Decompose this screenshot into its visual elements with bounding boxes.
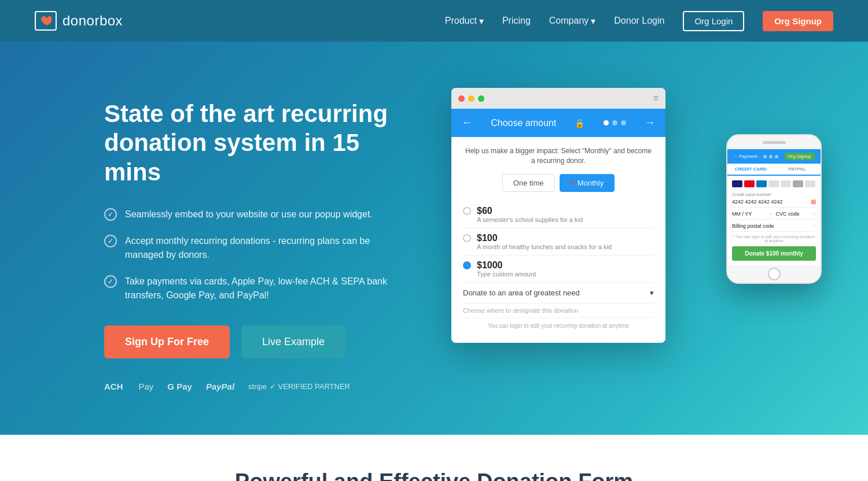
heart-icon: ♥ bbox=[571, 179, 575, 187]
phone-body: Credit card number 4242 4242 4242 4242 ▦… bbox=[727, 176, 821, 265]
checkmark-icon: ✓ bbox=[104, 275, 117, 288]
payment-logos: ACH Pay G Pay PayPal stripe ✓ VERIFIED P… bbox=[104, 382, 405, 391]
phone-tabs: CREDIT CARD PAYPAL bbox=[727, 164, 821, 176]
nav-company[interactable]: Company ▾ bbox=[549, 16, 595, 27]
cc-number-label: Credit card number bbox=[732, 192, 816, 197]
browser-dot-red bbox=[458, 95, 465, 102]
gpay-logo: G Pay bbox=[167, 382, 192, 391]
tab-paypal[interactable]: PAYPAL bbox=[774, 164, 821, 175]
nav-product[interactable]: Product ▾ bbox=[445, 16, 484, 27]
amex-logo bbox=[756, 180, 767, 187]
phone-donate-btn[interactable]: Org Signup bbox=[785, 153, 815, 160]
postal-field[interactable]: Billing postal code ○ bbox=[732, 223, 816, 232]
amount-value-1000: $1000 bbox=[477, 260, 536, 271]
stripe-badge: stripe ✓ VERIFIED PARTNER bbox=[248, 382, 350, 391]
verified-badge: ✓ VERIFIED PARTNER bbox=[270, 382, 350, 391]
login-note: You can login to edit your recurring don… bbox=[463, 318, 654, 334]
cvc-input[interactable]: CVC code ○ bbox=[776, 210, 816, 220]
navbar: donorbox Product ▾ Pricing Company ▾ Don… bbox=[0, 0, 868, 42]
browser-dot-green bbox=[478, 95, 484, 102]
checkmark-icon: ✓ bbox=[104, 208, 117, 221]
phone-header: ← Payment Org Signup bbox=[727, 149, 821, 164]
expiry-input[interactable]: MM / YY ○ bbox=[732, 210, 773, 220]
amount-value-60: $60 bbox=[477, 206, 583, 216]
ach-logo: ACH bbox=[104, 382, 123, 391]
frequency-buttons: One time ♥ Monthly bbox=[463, 174, 654, 192]
bottom-section: Powerful and Effective Donation Form bbox=[0, 435, 868, 481]
hero-buttons: Sign Up For Free Live Example bbox=[104, 325, 405, 358]
other-card-logo-2 bbox=[793, 180, 803, 187]
cc-number-field[interactable]: 4242 4242 4242 4242 ▦ bbox=[732, 198, 816, 208]
other-card-logo-3 bbox=[805, 180, 815, 187]
expiry-field: MM / YY ○ bbox=[732, 210, 773, 223]
phone-home-button[interactable] bbox=[768, 268, 781, 280]
amount-option-60: $60 A semester's school supplies for a k… bbox=[463, 201, 654, 228]
apple-pay-logo: Pay bbox=[137, 382, 154, 391]
widget-nav-dots bbox=[604, 120, 626, 125]
phone-donate-button[interactable]: Donate $100 monthly bbox=[732, 246, 816, 261]
visa-logo bbox=[732, 180, 742, 187]
logo-text: donorbox bbox=[62, 13, 123, 29]
cvc-field: CVC code ○ bbox=[776, 210, 816, 223]
tab-credit-card[interactable]: CREDIT CARD bbox=[727, 164, 774, 176]
widget-content: ← Choose amount 🔒 → Help us make a bigge… bbox=[451, 109, 665, 343]
org-login-button[interactable]: Org Login bbox=[683, 11, 744, 31]
phone-dot bbox=[763, 155, 767, 158]
cc-expiry-cvc-row: MM / YY ○ CVC code ○ bbox=[732, 210, 816, 223]
logo-area: donorbox bbox=[35, 11, 123, 31]
radio-1000[interactable] bbox=[463, 261, 471, 269]
amount-desc-60: A semester's school supplies for a kid bbox=[477, 216, 583, 223]
hero-left: State of the art recurring donation syst… bbox=[104, 88, 405, 391]
browser-mockup: ≡ ← Choose amount 🔒 → Help us make a big… bbox=[451, 88, 665, 343]
designate-note: Choose where to designate this donation bbox=[463, 304, 654, 318]
widget-back-icon[interactable]: ← bbox=[462, 117, 472, 129]
chevron-down-icon: ▾ bbox=[479, 16, 484, 27]
signup-button[interactable]: Sign Up For Free bbox=[104, 325, 230, 358]
cc-icon: ▦ bbox=[811, 198, 816, 205]
widget-subtitle: Help us make a bigger impact: Select "Mo… bbox=[463, 146, 654, 166]
amount-option-100: $100 A month of healthy lunches and snac… bbox=[463, 228, 654, 256]
phone-mockup: ← Payment Org Signup CREDIT CARD PAYPAL bbox=[726, 134, 822, 284]
amount-desc-100: A month of healthy lunches and snacks fo… bbox=[477, 243, 612, 250]
live-example-button[interactable]: Live Example bbox=[241, 325, 345, 358]
nav-dot-3 bbox=[621, 120, 626, 125]
widget-title: Choose amount bbox=[491, 118, 556, 128]
list-item: ✓ Take payments via cards, Apple Pay, lo… bbox=[104, 275, 405, 302]
browser-dot-yellow bbox=[468, 95, 475, 102]
amount-value-100: $100 bbox=[477, 233, 612, 243]
widget-next-icon[interactable]: → bbox=[645, 117, 655, 129]
nav-donor-login[interactable]: Donor Login bbox=[614, 16, 664, 26]
chevron-down-icon: ▾ bbox=[650, 288, 654, 297]
phone-bottom bbox=[727, 265, 821, 283]
nav-pricing[interactable]: Pricing bbox=[502, 16, 531, 26]
cvc-icon: ○ bbox=[812, 210, 816, 217]
amount-desc-1000: Type custom amount bbox=[477, 271, 536, 278]
radio-100[interactable] bbox=[463, 234, 471, 242]
browser-bar: ≡ bbox=[451, 88, 665, 109]
phone-dot bbox=[775, 155, 778, 158]
other-card-logo bbox=[781, 180, 791, 187]
designation-dropdown[interactable]: Donate to an area of greatest need ▾ bbox=[463, 283, 654, 304]
phone-speaker bbox=[763, 141, 786, 144]
list-item: ✓ Accept monthly recurring donations - r… bbox=[104, 234, 405, 262]
browser-menu-icon: ≡ bbox=[653, 93, 659, 103]
hero-title: State of the art recurring donation syst… bbox=[104, 99, 405, 187]
phone-dot bbox=[769, 155, 773, 158]
hero-features: ✓ Seamlessly embed to your website or us… bbox=[104, 208, 405, 302]
stripe-logo: stripe bbox=[248, 382, 267, 391]
one-time-button[interactable]: One time bbox=[502, 174, 555, 192]
nav-dot-1 bbox=[604, 120, 609, 125]
list-item: ✓ Seamlessly embed to your website or us… bbox=[104, 208, 405, 221]
phone-fine-print: * You can login to edit your recurring d… bbox=[732, 235, 816, 243]
chevron-down-icon: ▾ bbox=[591, 16, 595, 27]
hero-right: ≡ ← Choose amount 🔒 → Help us make a big… bbox=[451, 88, 833, 343]
mastercard-logo bbox=[744, 180, 755, 187]
phone-top bbox=[727, 135, 821, 149]
monthly-button[interactable]: ♥ Monthly bbox=[560, 174, 615, 192]
lock-icon: 🔒 bbox=[575, 119, 584, 128]
phone-back[interactable]: ← Payment bbox=[733, 154, 757, 159]
radio-60[interactable] bbox=[463, 207, 471, 215]
cc-logos bbox=[732, 180, 816, 187]
hero-section: State of the art recurring donation syst… bbox=[0, 42, 868, 435]
org-signup-button[interactable]: Org Signup bbox=[763, 11, 833, 31]
